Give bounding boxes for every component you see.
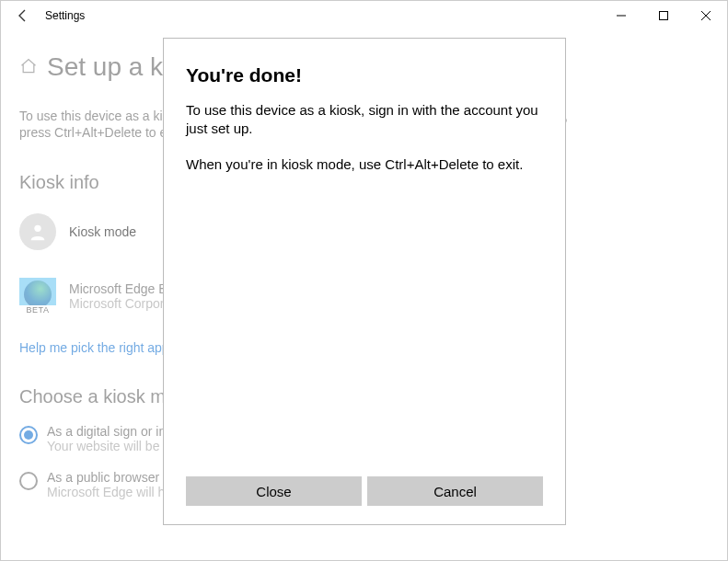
cancel-button[interactable]: Cancel bbox=[367, 476, 543, 506]
dialog-title: You're done! bbox=[186, 64, 543, 86]
beta-badge: BETA bbox=[19, 305, 56, 315]
title-bar: Settings bbox=[1, 1, 727, 30]
dialog-text-1: To use this device as a kiosk, sign in w… bbox=[186, 101, 543, 139]
close-button[interactable]: Close bbox=[186, 476, 362, 506]
avatar-icon bbox=[19, 213, 56, 250]
dialog-text-2: When you're in kiosk mode, use Ctrl+Alt+… bbox=[186, 155, 543, 174]
kiosk-account-name: Kiosk mode bbox=[69, 224, 136, 239]
done-dialog: You're done! To use this device as a kio… bbox=[163, 38, 566, 525]
maximize-button[interactable] bbox=[642, 1, 685, 30]
edge-beta-icon: BETA bbox=[19, 278, 56, 315]
minimize-button[interactable] bbox=[600, 1, 642, 30]
svg-rect-1 bbox=[660, 12, 668, 20]
back-button[interactable] bbox=[8, 1, 38, 30]
home-icon[interactable] bbox=[19, 57, 38, 78]
radio-icon bbox=[19, 426, 38, 444]
svg-point-2 bbox=[34, 225, 40, 232]
radio-icon bbox=[19, 472, 38, 490]
close-window-button[interactable] bbox=[685, 1, 727, 30]
window-title: Settings bbox=[45, 9, 85, 22]
